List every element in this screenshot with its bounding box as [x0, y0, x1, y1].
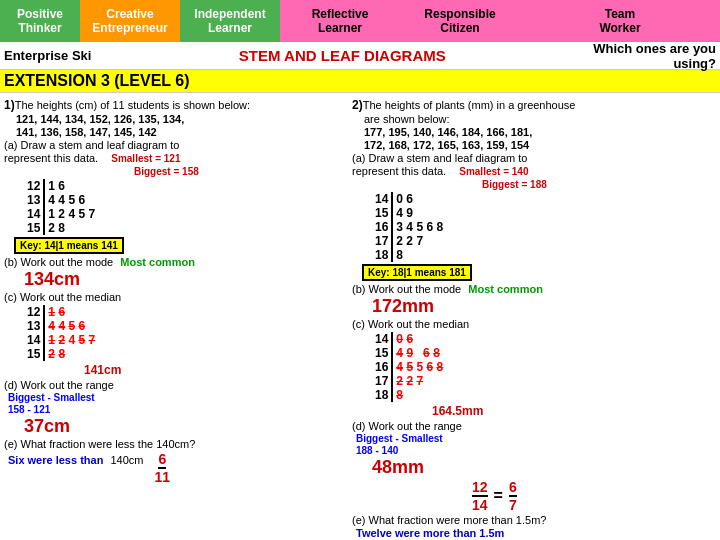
right-mode-answer: 172mm [372, 296, 716, 317]
left-part-c: (c) Work out the median [4, 291, 344, 303]
right-column: 2)The heights of plants (mm) in a greenh… [352, 97, 716, 535]
right-part-e: (e) What fraction were more than 1.5m? [352, 514, 716, 526]
left-smallest: Smallest = 121 [111, 153, 180, 164]
right-biggest: Biggest = 188 [482, 179, 547, 190]
left-range-answer: 37cm [24, 416, 344, 437]
left-biggest-smallest: Biggest - Smallest [8, 392, 344, 403]
right-part-d: (d) Work out the range [352, 420, 716, 432]
right-fraction-eq: 12 14 = 6 7 [472, 479, 716, 513]
left-part-d: (d) Work out the range [4, 379, 344, 391]
left-data-2: 141, 136, 158, 147, 145, 142 [16, 126, 344, 138]
right-key: Key: 18|1 means 181 [362, 264, 472, 281]
left-range-calc: 158 - 121 [8, 404, 344, 415]
header-row: Enterprise Ski STEM AND LEAF DIAGRAMS Wh… [0, 42, 720, 70]
tab-creative[interactable]: Creative Entrepreneur [80, 0, 180, 42]
left-median-answer: 141cm [84, 363, 121, 377]
right-median-table: 140 6 154 9 6 8 164 5 5 6 8 172 2 7 188 [372, 332, 446, 402]
left-fraction-text: Six were less than [8, 454, 103, 466]
left-key: Key: 14|1 means 141 [14, 237, 124, 254]
left-biggest: Biggest = 158 [134, 166, 199, 177]
tab-responsible[interactable]: Responsible Citizen [400, 0, 520, 42]
using-text: using? [673, 56, 716, 71]
left-data-1: 121, 144, 134, 152, 126, 135, 134, [16, 113, 344, 125]
left-part-b: (b) Work out the mode [4, 256, 113, 268]
left-stem-leaf: 121 6 134 4 5 6 141 2 4 5 7 152 8 [24, 179, 98, 235]
enterprise-label: Enterprise Ski [4, 48, 91, 63]
right-median-answer: 164.5mm [432, 404, 483, 418]
left-fraction: 6 11 [155, 451, 171, 485]
which-ones-text: Which ones are you [593, 41, 716, 56]
right-smallest: Smallest = 140 [459, 166, 528, 177]
right-stem-leaf: 140 6 154 9 163 4 5 6 8 172 2 7 188 [372, 192, 446, 262]
left-mode-answer: 134cm [24, 269, 344, 290]
tab-reflective[interactable]: Reflective Learner [280, 0, 400, 42]
left-part-e: (e) What fraction were less the 140cm? [4, 438, 344, 450]
right-data-2: 172, 168, 172, 165, 163, 159, 154 [364, 139, 716, 151]
left-median-table: 121 6 134 4 5 6 141 2 4 5 7 152 8 [24, 305, 98, 361]
right-part-c: (c) Work out the median [352, 318, 716, 330]
tab-independent[interactable]: Independent Learner [180, 0, 280, 42]
right-range-answer: 48mm [372, 457, 716, 478]
right-range-calc: 188 - 140 [356, 445, 716, 456]
right-part-a: (a) Draw a stem and leaf diagram to [352, 152, 716, 164]
tab-bar: Positive Thinker Creative Entrepreneur I… [0, 0, 720, 42]
tab-positive[interactable]: Positive Thinker [0, 0, 80, 42]
main-content: 1)The heights (cm) of 11 students is sho… [0, 93, 720, 539]
right-fraction-text: Twelve were more than 1.5m [356, 527, 716, 539]
right-biggest-smallest: Biggest - Smallest [356, 433, 716, 444]
right-part-b: (b) Work out the mode [352, 283, 461, 295]
which-ones-block: Which ones are you using? [593, 41, 716, 71]
diagram-title: STEM AND LEAF DIAGRAMS [91, 47, 593, 64]
left-column: 1)The heights (cm) of 11 students is sho… [4, 97, 344, 535]
left-part-a: (a) Draw a stem and leaf diagram to [4, 139, 344, 151]
right-data-1: 177, 195, 140, 146, 184, 166, 181, [364, 126, 716, 138]
tab-team[interactable]: Team Worker [520, 0, 720, 42]
left-fraction-label: 140cm [110, 454, 143, 466]
extension-header: EXTENSION 3 (LEVEL 6) [0, 70, 720, 93]
